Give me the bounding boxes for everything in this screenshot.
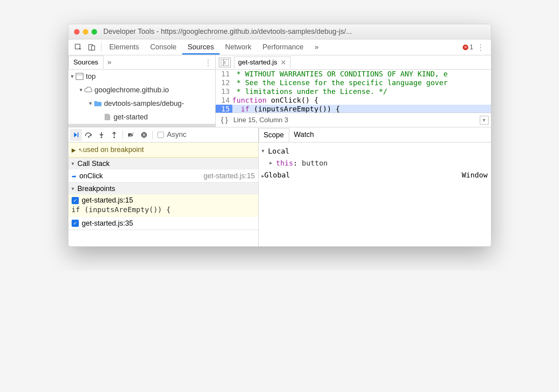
navigator-menu[interactable]: ⋮: [201, 58, 215, 67]
traffic-lights: [74, 29, 97, 35]
async-label: Async: [167, 131, 187, 139]
subtabs-overflow[interactable]: »: [103, 58, 115, 66]
tab-elements[interactable]: Elements: [104, 40, 145, 55]
current-frame-icon: ➡: [72, 173, 76, 179]
settings-menu[interactable]: ⋮: [473, 43, 488, 52]
code-editor[interactable]: 11121314151617 * WITHOUT WARRANTIES OR C…: [216, 70, 491, 113]
svg-rect-16: [143, 133, 144, 137]
step-into-button[interactable]: [95, 129, 107, 141]
frame-source[interactable]: get-started.js:15: [203, 172, 255, 180]
tree-file-html[interactable]: get-started: [68, 110, 215, 124]
tab-sources[interactable]: Sources: [182, 40, 220, 55]
scope-global[interactable]: ▶Global Window: [262, 169, 488, 181]
device-icon[interactable]: [88, 43, 96, 52]
svg-rect-2: [92, 46, 95, 50]
editor-pane: get-started.js✕ 11121314151617 * WITHOUT…: [216, 55, 491, 127]
tab-performance[interactable]: Performance: [257, 40, 309, 55]
navigator-pane: Sources » ⋮ ▼top ▼googlechrome.github.io…: [68, 55, 216, 127]
pause-exceptions-button[interactable]: [138, 129, 150, 141]
tab-scope[interactable]: Scope: [259, 128, 289, 142]
svg-rect-3: [76, 73, 83, 80]
svg-rect-17: [144, 133, 145, 137]
deactivate-breakpoints-button[interactable]: [125, 129, 137, 141]
window-title: Developer Tools - https://googlechrome.g…: [103, 27, 352, 36]
tab-console[interactable]: Console: [145, 40, 182, 55]
callstack-header[interactable]: ▼Call Stack: [68, 158, 258, 170]
triangle-icon: ▶: [72, 147, 76, 153]
async-checkbox[interactable]: [158, 132, 164, 138]
error-count[interactable]: ✕1: [463, 44, 473, 51]
editor-status: { } Line 15, Column 3 ▼: [216, 113, 491, 127]
paused-banner: ▶ ↖ used on breakpoint: [68, 142, 258, 158]
titlebar: Developer Tools - https://googlechrome.g…: [68, 24, 491, 39]
inspect-icon[interactable]: [74, 43, 83, 52]
cursor-position: Line 15, Column 3: [234, 116, 288, 124]
svg-point-15: [141, 132, 147, 138]
cloud-icon: [84, 86, 92, 94]
debugger-pane: Async ▶ ↖ used on breakpoint ▼Call Stack…: [68, 127, 259, 246]
breakpoint-checkbox[interactable]: ✓: [72, 197, 79, 204]
zoom-button[interactable]: [92, 29, 97, 35]
main-tabs: Elements Console Sources Network Perform…: [68, 39, 491, 55]
debugger-toolbar: Async: [68, 127, 258, 142]
breakpoint-checkbox[interactable]: ✓: [72, 220, 79, 227]
tree-file-js[interactable]: get-started.js: [68, 124, 215, 127]
scope-local[interactable]: ▼Local: [262, 145, 488, 157]
breakpoint-item[interactable]: ✓get-started.js:15 if (inputsAreEmpty())…: [68, 195, 258, 217]
pretty-print-icon[interactable]: { }: [216, 116, 234, 124]
svg-rect-5: [221, 59, 229, 66]
close-tab-icon[interactable]: ✕: [280, 59, 286, 67]
tree-top[interactable]: ▼top: [68, 70, 215, 83]
folder-icon: [94, 100, 102, 107]
scope-this[interactable]: ▶this: button: [262, 157, 488, 169]
resume-button[interactable]: [70, 129, 82, 141]
scope-pane: Scope Watch ▼Local ▶this: button ▶Global…: [259, 127, 491, 246]
cursor-icon: ↖: [78, 147, 83, 153]
breakpoint-item[interactable]: ✓get-started.js:35: [68, 217, 258, 230]
file-icon: [103, 113, 111, 121]
subtab-sources[interactable]: Sources: [68, 56, 103, 69]
svg-point-10: [101, 137, 102, 138]
nav-toggle-icon[interactable]: [219, 58, 231, 67]
status-dropdown[interactable]: ▼: [480, 116, 489, 125]
file-tree: ▼top ▼googlechrome.github.io ▼devtools-s…: [68, 70, 215, 127]
minimize-button[interactable]: [83, 29, 88, 35]
devtools-window: Developer Tools - https://googlechrome.g…: [68, 24, 491, 247]
callstack-section: ▼Call Stack ➡onClick get-started.js:15: [68, 158, 258, 183]
svg-point-8: [88, 136, 90, 138]
tab-network[interactable]: Network: [220, 40, 257, 55]
svg-point-12: [113, 137, 115, 138]
tab-watch[interactable]: Watch: [289, 128, 319, 141]
tree-folder[interactable]: ▼devtools-samples/debug-: [68, 97, 215, 110]
step-out-button[interactable]: [108, 129, 120, 141]
svg-rect-7: [78, 133, 78, 137]
tree-domain[interactable]: ▼googlechrome.github.io: [68, 83, 215, 97]
callstack-frame[interactable]: ➡onClick get-started.js:15: [68, 170, 258, 182]
file-tab[interactable]: get-started.js✕: [234, 57, 290, 68]
step-over-button[interactable]: [83, 129, 95, 141]
breakpoints-section: ▼Breakpoints ✓get-started.js:15 if (inpu…: [68, 183, 258, 230]
close-button[interactable]: [74, 29, 80, 35]
error-icon: ✕: [463, 45, 468, 50]
tabs-overflow[interactable]: »: [309, 40, 324, 55]
frame-icon: [76, 73, 84, 80]
breakpoints-header[interactable]: ▼Breakpoints: [68, 183, 258, 195]
